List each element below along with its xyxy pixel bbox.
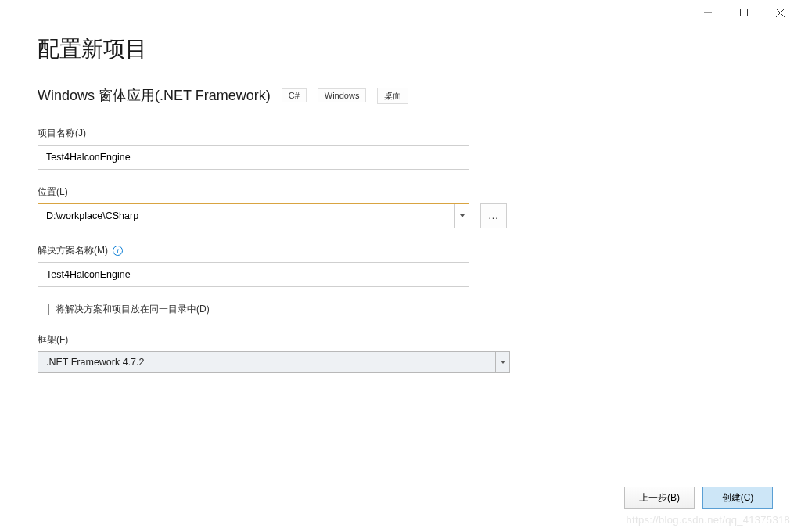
svg-rect-1 <box>741 9 748 16</box>
tag-platform: Windows <box>318 88 367 102</box>
page-title: 配置新项目 <box>38 34 763 64</box>
minimize-button[interactable] <box>690 1 726 24</box>
framework-group: 框架(F) .NET Framework 4.7.2 <box>38 333 763 373</box>
solution-name-group: 解决方案名称(M) i <box>38 244 763 287</box>
solution-name-label-text: 解决方案名称(M) <box>38 244 108 257</box>
solution-name-input[interactable] <box>38 262 469 287</box>
same-directory-row: 将解决方案和项目放在同一目录中(D) <box>38 303 763 316</box>
content-area: 配置新项目 Windows 窗体应用(.NET Framework) C# Wi… <box>0 25 801 373</box>
chevron-down-icon <box>501 361 505 364</box>
browse-button[interactable]: ... <box>480 203 507 228</box>
project-name-label: 项目名称(J) <box>38 127 763 140</box>
same-directory-checkbox[interactable] <box>38 304 49 315</box>
titlebar <box>0 0 801 25</box>
framework-label: 框架(F) <box>38 333 763 347</box>
watermark: https://blog.csdn.net/qq_41375318 <box>627 514 790 526</box>
maximize-button[interactable] <box>726 1 762 24</box>
framework-combo[interactable]: .NET Framework 4.7.2 <box>38 351 510 373</box>
project-type-subtitle: Windows 窗体应用(.NET Framework) <box>38 86 271 105</box>
framework-value: .NET Framework 4.7.2 <box>38 352 495 372</box>
subtitle-row: Windows 窗体应用(.NET Framework) C# Windows … <box>38 86 763 105</box>
close-button[interactable] <box>762 1 798 24</box>
location-label: 位置(L) <box>38 185 763 199</box>
framework-dropdown-button[interactable] <box>495 352 509 372</box>
project-name-input[interactable] <box>38 145 469 170</box>
solution-name-label: 解决方案名称(M) i <box>38 244 763 257</box>
same-directory-label: 将解决方案和项目放在同一目录中(D) <box>56 303 210 316</box>
location-dropdown-button[interactable] <box>454 204 469 228</box>
info-icon[interactable]: i <box>113 246 123 256</box>
create-button[interactable]: 创建(C) <box>702 487 773 509</box>
location-input[interactable]: D:\workplace\CSharp <box>38 204 454 228</box>
back-button[interactable]: 上一步(B) <box>624 487 695 509</box>
project-name-group: 项目名称(J) <box>38 127 763 170</box>
tag-language: C# <box>282 88 307 102</box>
location-combo[interactable]: D:\workplace\CSharp <box>38 203 469 228</box>
footer-buttons: 上一步(B) 创建(C) <box>624 487 773 509</box>
chevron-down-icon <box>460 214 465 217</box>
location-group: 位置(L) D:\workplace\CSharp ... <box>38 185 763 228</box>
tag-category: 桌面 <box>377 88 408 104</box>
